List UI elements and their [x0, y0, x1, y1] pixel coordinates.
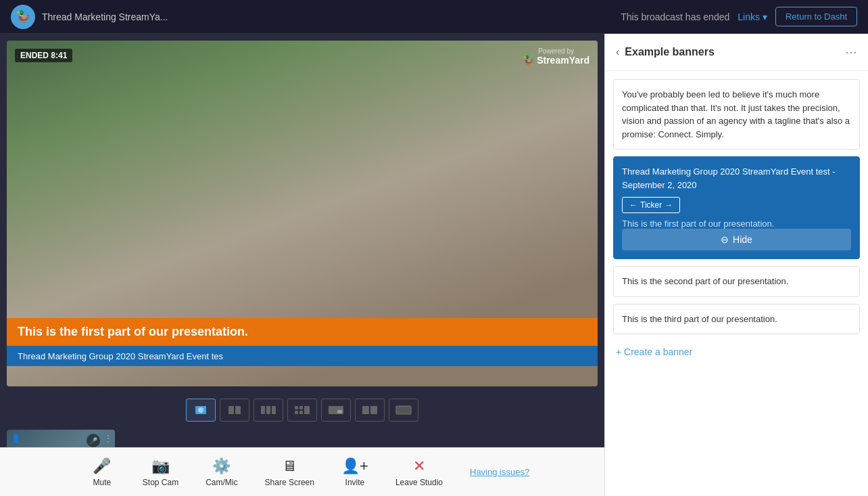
cam-mic-button[interactable]: ⚙️ Cam/Mic	[192, 453, 251, 491]
cam-mic-label: Cam/Mic	[206, 478, 237, 487]
svg-rect-7	[295, 406, 298, 409]
right-panel: ‹ Example banners ⋯ You've probably been…	[604, 34, 868, 496]
invite-icon: 👤+	[341, 457, 368, 475]
return-dashboard-button[interactable]: Return to Dasht	[775, 7, 857, 26]
mic-toolbar-icon: 🎤	[93, 457, 111, 475]
streamyard-name: StreamYard	[537, 55, 589, 66]
powered-by-text: Powered by	[523, 47, 589, 55]
svg-rect-8	[299, 406, 303, 409]
links-button[interactable]: Links ▾	[738, 12, 767, 22]
layout-four-button[interactable]	[287, 399, 317, 422]
banner-text-4: This is the third part of our presentati…	[622, 314, 777, 324]
video-area: ENDED 8:41 Powered by 🦆 StreamYard This …	[7, 41, 598, 386]
svg-rect-11	[304, 406, 310, 414]
mic-icon: 🎤	[87, 434, 100, 447]
banner-text-1: You've probably been led to believe it's…	[622, 89, 850, 139]
svg-rect-6	[272, 406, 276, 414]
create-banner-label: + Create a banner	[616, 346, 692, 357]
svg-rect-9	[295, 411, 298, 414]
layout-selector	[0, 393, 604, 427]
svg-rect-13	[337, 410, 342, 413]
more-options-icon[interactable]: ⋮	[104, 434, 112, 443]
video-banner-overlay: This is the first part of our presentati…	[7, 318, 598, 366]
panel-title: Example banners	[625, 46, 715, 58]
person-icon: 👤	[11, 434, 21, 443]
svg-rect-16	[396, 406, 411, 414]
blue-ticker-text: Thread Marketing Group 2020 StreamYard E…	[18, 351, 223, 361]
header-left: 🦆 Thread Marketing StreamYa...	[11, 5, 168, 29]
leave-studio-button[interactable]: ✕ Leave Studio	[382, 453, 456, 491]
hide-label: Hide	[733, 234, 752, 245]
back-arrow-icon[interactable]: ‹	[616, 46, 619, 58]
create-banner-button[interactable]: + Create a banner	[613, 341, 860, 363]
orange-banner: This is the first part of our presentati…	[7, 318, 598, 346]
banner-item-3[interactable]: This is the second part of our presentat…	[613, 266, 860, 297]
links-label: Links	[738, 12, 760, 22]
panel-header: ‹ Example banners ⋯	[605, 34, 868, 71]
blue-ticker: Thread Marketing Group 2020 StreamYard E…	[7, 346, 598, 366]
layout-blank-button[interactable]	[389, 399, 418, 422]
app-header: 🦆 Thread Marketing StreamYa... This broa…	[0, 0, 868, 34]
chevron-down-icon: ▾	[763, 12, 767, 22]
layout-two-button[interactable]	[220, 399, 249, 422]
cam-mic-icon: ⚙️	[212, 457, 231, 475]
layout-split-button[interactable]	[355, 399, 385, 422]
svg-rect-14	[362, 406, 369, 414]
mute-button[interactable]: 🎤 Mute	[75, 453, 129, 491]
streamyard-duck-icon: 🦆	[523, 55, 534, 66]
svg-rect-4	[261, 406, 265, 414]
share-screen-label: Share Screen	[265, 478, 314, 487]
share-screen-icon: 🖥	[282, 457, 297, 475]
svg-rect-3	[235, 406, 241, 414]
having-issues-link[interactable]: Having issues?	[470, 467, 529, 477]
leave-icon: ✕	[413, 457, 425, 475]
mute-label: Mute	[93, 478, 112, 487]
powered-by-watermark: Powered by 🦆 StreamYard	[523, 47, 589, 66]
panel-header-left: ‹ Example banners	[616, 46, 715, 58]
invite-label: Invite	[345, 478, 365, 487]
orange-banner-text: This is the first part of our presentati…	[18, 325, 248, 338]
layout-three-button[interactable]	[254, 399, 283, 422]
svg-point-1	[198, 407, 203, 413]
svg-rect-2	[228, 406, 234, 414]
svg-rect-10	[299, 411, 303, 414]
app-logo: 🦆	[11, 5, 35, 29]
share-screen-button[interactable]: 🖥 Share Screen	[251, 453, 328, 491]
stop-cam-label: Stop Cam	[143, 478, 178, 487]
banners-list: You've probably been led to believe it's…	[605, 71, 868, 496]
ended-badge: ENDED 8:41	[15, 49, 72, 62]
cam-toolbar-icon: 📷	[151, 457, 170, 475]
main-layout: ENDED 8:41 Powered by 🦆 StreamYard This …	[0, 34, 868, 496]
banner-text-2: Thread Marketing Group 2020 StreamYard E…	[622, 166, 836, 190]
header-right: This broadcast has ended Links ▾ Return …	[621, 7, 857, 26]
arrow-right-icon: →	[665, 200, 673, 210]
banner-item-2[interactable]: Thread Marketing Group 2020 StreamYard E…	[613, 156, 860, 259]
banner-active-text: This is the first part of our presentati…	[622, 219, 851, 229]
minus-circle-icon: ⊖	[721, 234, 729, 245]
bottom-toolbar: 🎤 Mute 📷 Stop Cam ⚙️ Cam/Mic 🖥 Share Scr…	[0, 447, 604, 496]
active-banner-preview: This is the first part of our presentati…	[622, 219, 774, 229]
layout-single-button[interactable]	[186, 399, 216, 422]
streamyard-brand: 🦆 StreamYard	[523, 55, 589, 66]
app-title: Thread Marketing StreamYa...	[42, 12, 168, 22]
banner-text-3: This is the second part of our presentat…	[622, 276, 788, 286]
banner-item-4[interactable]: This is the third part of our presentati…	[613, 304, 860, 335]
panel-more-icon[interactable]: ⋯	[845, 45, 857, 60]
invite-button[interactable]: 👤+ Invite	[328, 453, 382, 491]
arrow-left-icon: ←	[629, 200, 637, 210]
studio-panel: ENDED 8:41 Powered by 🦆 StreamYard This …	[0, 34, 604, 496]
banner-item-1[interactable]: You've probably been led to believe it's…	[613, 79, 860, 150]
broadcast-status: This broadcast has ended	[621, 12, 729, 22]
stop-cam-button[interactable]: 📷 Stop Cam	[129, 453, 192, 491]
ticker-label: Ticker	[640, 200, 662, 210]
svg-rect-15	[370, 406, 377, 414]
layout-pip-button[interactable]	[321, 399, 351, 422]
leave-studio-label: Leave Studio	[395, 478, 443, 487]
video-background: ENDED 8:41 Powered by 🦆 StreamYard This …	[7, 41, 598, 386]
ticker-controls: ← Ticker →	[622, 197, 851, 213]
svg-rect-5	[266, 406, 270, 414]
ticker-left-button[interactable]: ← Ticker →	[622, 197, 680, 213]
hide-banner-button[interactable]: ⊖ Hide	[622, 229, 851, 250]
